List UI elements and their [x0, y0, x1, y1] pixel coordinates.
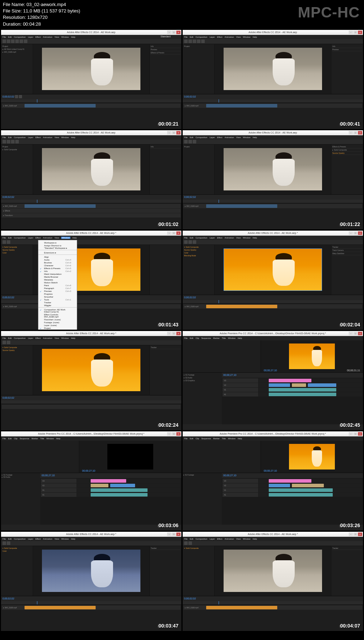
timecode[interactable]: 0;00;02;02: [2, 95, 14, 98]
maximize-icon[interactable]: □: [172, 31, 176, 34]
menu-item[interactable]: Layer: (none): [38, 324, 77, 327]
menu-item[interactable]: Media Browser: [38, 276, 77, 278]
premiere-timeline[interactable]: ▸ 01 Footage ▸ 02 Audio ▸ 03 Graphics 00…: [183, 372, 363, 424]
project-panel[interactable]: Project▸ AE Work Linked Comp 01▸ MVI_016…: [1, 44, 33, 94]
tool-icon[interactable]: [24, 40, 27, 43]
premiere-timeline[interactable]: ▸ 01 Footage 00;00;27;10 V3 V2 V1 A1: [183, 473, 363, 525]
timeline-panel[interactable]: 0;00;02;02▸ MVI_0168.mp4: [183, 596, 363, 630]
menu-item[interactable]: Smoother: [38, 295, 77, 298]
menu-edit[interactable]: Edit: [8, 36, 12, 38]
menu-view[interactable]: View: [54, 36, 59, 38]
source-monitor[interactable]: [1, 441, 79, 473]
time-ruler[interactable]: [1, 99, 181, 103]
project-bin[interactable]: ▸ 01 Footage▸ 02 Audio: [1, 473, 40, 525]
menu-item[interactable]: Align: [38, 256, 77, 258]
timeline-panel[interactable]: 0;00;02;02▸ MVI_0168.mp4: [1, 295, 181, 329]
menu-item[interactable]: ✓Effects & PresetsCtrl+5: [38, 267, 77, 270]
program-monitor[interactable]: 00;00;27;10: [261, 441, 363, 473]
effects-panel[interactable]: Effects & Presets▸ Solid CompositeSource…: [331, 145, 363, 194]
menu-layer[interactable]: Layer: [28, 36, 33, 38]
tracker-panel[interactable]: Tracker: [149, 345, 181, 395]
info-panel[interactable]: InfoPreviewEffects & Presets: [149, 44, 181, 94]
menu-item[interactable]: PaintCtrl+8: [38, 284, 77, 287]
program-monitor[interactable]: 00;00;27;1000;00;31;11: [261, 340, 363, 372]
composition-viewer[interactable]: [215, 44, 331, 94]
source-monitor[interactable]: [183, 441, 261, 473]
project-panel[interactable]: Project: [183, 44, 215, 94]
timeline-panel[interactable]: 0;00;02;02▸ MVI_0168.mp4: [183, 295, 363, 329]
menu-composition[interactable]: Composition: [14, 36, 26, 38]
project-panel[interactable]: Project: [183, 145, 215, 194]
menu-help[interactable]: Help: [71, 36, 75, 38]
tool-icon[interactable]: [11, 40, 15, 43]
project-bin[interactable]: ▸ 01 Footage: [183, 473, 222, 525]
menu-item[interactable]: Tracker: [38, 301, 77, 304]
project-bin[interactable]: ▸ 01 Footage ▸ 02 Audio ▸ 03 Graphics: [183, 373, 222, 424]
composition-viewer[interactable]: [33, 44, 149, 94]
timeline-panel[interactable]: 0;00;02;02▸ MVI_0168.mp4: [1, 596, 181, 630]
timeline-icon[interactable]: [19, 95, 22, 98]
menu-item[interactable]: Wiggler: [38, 304, 77, 308]
timeline-panel[interactable]: 0;00;02;02▸ MVI_0168.mp4▸ Effects▸ Trans…: [1, 194, 181, 229]
menu-window[interactable]: Window: [61, 36, 69, 38]
menu-item[interactable]: Progress: [38, 293, 77, 295]
source-monitor[interactable]: [183, 340, 261, 372]
menu-item[interactable]: CharacterCtrl+6: [38, 264, 77, 267]
menu-item[interactable]: Effect Controls: MVI_0168.mp4: [38, 313, 77, 318]
info-panel[interactable]: Info: [149, 145, 181, 194]
menu-item[interactable]: BrushesCtrl+9: [38, 261, 77, 264]
info-panel[interactable]: InfoPreview: [331, 44, 363, 94]
tracker-panel[interactable]: Tracker: [331, 546, 363, 596]
menu-file[interactable]: File: [2, 36, 6, 38]
composition-viewer[interactable]: [215, 245, 331, 295]
menu-item[interactable]: Metadata: [38, 278, 77, 281]
menu-item[interactable]: ✓InfoCtrl+2: [38, 270, 77, 273]
menu-item[interactable]: ✓PreviewCtrl+3: [38, 290, 77, 293]
premiere-timeline[interactable]: ▸ 01 Footage▸ 02 Audio 00;00;27;10 V3 V2…: [1, 473, 181, 525]
tool-icon[interactable]: [7, 40, 10, 43]
tool-icon[interactable]: [20, 40, 23, 43]
menu-item[interactable]: Assign Shortcut to "Standard" Workspace …: [38, 244, 77, 250]
menu-item[interactable]: ✓Project: [38, 327, 77, 330]
effect-controls-panel[interactable]: ▾ Solid CompositeColor: [1, 546, 33, 596]
composition-viewer[interactable]: [33, 145, 149, 194]
effect-controls-panel[interactable]: ▾ Solid CompositeSource OpacityColorBlen…: [183, 245, 215, 295]
workspace-label[interactable]: Standard: [161, 35, 171, 38]
minimize-icon[interactable]: -: [167, 31, 171, 34]
timeline-panel[interactable]: 0;00;02;02 ▸ MVI_0168.mp4: [1, 94, 181, 128]
menu-item[interactable]: Workspace ▸: [38, 241, 77, 244]
project-panel[interactable]: Project▸ Solid Composite: [1, 145, 33, 194]
effect-controls-panel[interactable]: ▾ Solid CompositeSource OpacityColor: [1, 245, 33, 295]
program-monitor[interactable]: 00;00;27;10: [79, 441, 181, 473]
timeline-panel[interactable]: 0;00;02;02▸ MVI_0168.mp4: [183, 194, 363, 229]
tracker-panel[interactable]: Tracker: [149, 546, 181, 596]
menu-animation[interactable]: Animation: [43, 36, 53, 38]
effect-controls-panel[interactable]: ▾ Solid CompositeSource Opacity: [1, 345, 33, 395]
tool-icon[interactable]: [2, 40, 6, 43]
menu-item[interactable]: ParagraphCtrl+7: [38, 287, 77, 290]
menu-item[interactable]: ✓ToolsCtrl+1: [38, 298, 77, 301]
menu-item[interactable]: Flowchart: (none): [38, 318, 77, 321]
timeline-panel[interactable]: 0;00;02;02: [1, 395, 181, 429]
menu-item[interactable]: Footage: (none): [38, 321, 77, 324]
close-icon[interactable]: ×: [176, 31, 181, 34]
menu-item[interactable]: Mask Interpolation: [38, 273, 77, 276]
timeline-panel[interactable]: 0;00;02;02▸ MVI_0168.mp4: [183, 94, 363, 128]
menu-item[interactable]: Motion Sketch: [38, 281, 77, 284]
tracker-panel[interactable]: TrackerTrack CameraWarp Stabilizer: [331, 245, 363, 295]
info-panel[interactable]: [149, 245, 181, 295]
effect-controls-panel[interactable]: ▾ Solid Composite: [183, 546, 215, 596]
menu-item[interactable]: Extensions ▸: [38, 251, 77, 255]
composition-viewer[interactable]: [215, 145, 331, 194]
composition-viewer[interactable]: [33, 546, 149, 596]
menu-item[interactable]: ✓Composition: AE Work linked Comp 01: [38, 308, 77, 313]
tool-icon[interactable]: [15, 40, 19, 43]
composition-viewer[interactable]: [215, 546, 331, 596]
duration-value: 00:04:28: [23, 21, 41, 27]
timestamp: 00:01:22: [340, 221, 360, 227]
menu-item[interactable]: AudioCtrl+4: [38, 258, 77, 261]
menu-item[interactable]: Render Queue: [38, 330, 77, 330]
timeline-icon[interactable]: [15, 95, 18, 98]
composition-viewer[interactable]: [33, 345, 149, 395]
menu-effect[interactable]: Effect: [35, 36, 41, 38]
